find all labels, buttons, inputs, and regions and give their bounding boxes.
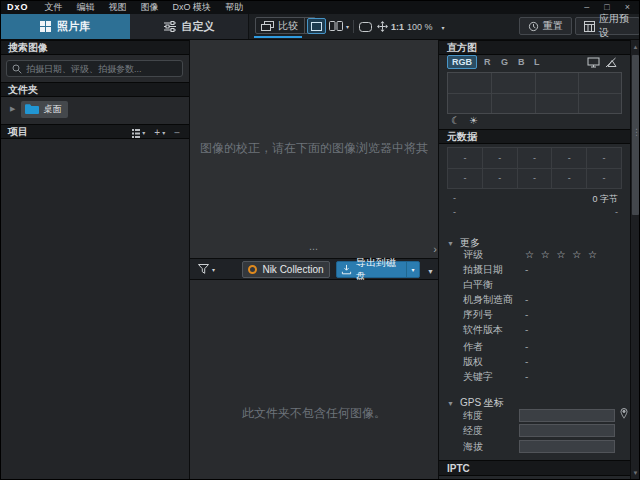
zoom-level-value: 100 % [407, 22, 433, 32]
search-icon [12, 64, 22, 74]
latitude-input[interactable] [519, 409, 615, 422]
search-input[interactable] [26, 64, 177, 74]
collapse-triangle-icon: ▼ [447, 240, 454, 247]
shadow-clipping-icon[interactable]: ☾ [451, 116, 460, 126]
channel-g-button[interactable]: G [501, 57, 508, 67]
view-dropdown-arrow[interactable]: ▾ [346, 23, 349, 30]
rating-stars[interactable]: ☆ ☆ ☆ ☆ ☆ [525, 248, 599, 262]
metadata-grid: - - - - - - - - - - [447, 147, 622, 189]
collapse-triangle-icon: ▼ [447, 400, 454, 407]
metadata-section-header: 元数据 [439, 129, 630, 144]
preset-grid-icon [584, 21, 595, 32]
altitude-label: 海拔 [463, 440, 483, 453]
compare-label: 比较 [278, 19, 298, 33]
longitude-label: 经度 [463, 424, 483, 437]
nik-collection-button[interactable]: Nik Collection [242, 261, 330, 278]
reset-button[interactable]: 重置 [519, 17, 572, 35]
export-dropdown-arrow[interactable]: ▾ [406, 262, 419, 277]
scroll-up-arrow[interactable]: ▲ [631, 44, 640, 50]
field-label: 白平衡 [463, 278, 493, 292]
info-right-value: - [615, 207, 618, 217]
pan-tool-button[interactable] [377, 21, 388, 32]
toolbar-collapse-arrow[interactable]: ▼ [427, 268, 434, 275]
menu-edit[interactable]: 编辑 [77, 1, 95, 14]
move-icon [377, 21, 388, 32]
projects-empty-area [0, 139, 189, 480]
highlight-clipping-icon[interactable]: ☀ [469, 116, 478, 126]
file-size-value: 0 字节 [592, 193, 618, 206]
apply-preset-button[interactable]: 应用预设 [575, 17, 640, 35]
filter-dropdown-arrow: ▾ [212, 266, 215, 273]
metadata-cell: - [518, 169, 552, 189]
tab-photolibrary[interactable]: 照片库 [0, 14, 131, 39]
metadata-row-capture-date: 拍摄日期 - [439, 263, 630, 277]
metadata-header-label: 元数据 [447, 131, 477, 142]
channel-l-button[interactable]: L [534, 57, 540, 67]
project-list-options-button[interactable]: ▾ [132, 126, 145, 140]
map-pin-icon[interactable] [620, 408, 628, 419]
zoom-level-dropdown[interactable]: 100 % ▾ [407, 22, 445, 32]
search-box[interactable] [6, 60, 183, 77]
longitude-input[interactable] [519, 424, 615, 437]
iptc-section-header[interactable]: IPTC [439, 460, 630, 476]
menu-image[interactable]: 图像 [141, 1, 159, 14]
monitor-icon[interactable] [587, 57, 600, 68]
menu-file[interactable]: 文件 [45, 1, 63, 14]
single-view-icon [311, 22, 322, 31]
top-toolbar: 照片库 自定义 比较 ▾ ▾ 1:1 100 % ▾ 重置 [0, 14, 640, 40]
gps-section-toggle[interactable]: ▼ GPS 坐标 [447, 396, 504, 410]
list-dropdown-arrow: ▾ [142, 126, 145, 140]
dual-view-button[interactable] [328, 18, 344, 34]
compare-icon [261, 21, 274, 31]
fit-screen-icon [359, 22, 372, 32]
export-to-disk-button[interactable]: 导出到磁盘 ▾ [336, 261, 420, 278]
field-label: 版权 [463, 355, 483, 369]
field-label: 序列号 [463, 308, 493, 322]
metadata-cell: - [483, 148, 517, 168]
channel-rgb-button[interactable]: RGB [447, 55, 477, 69]
menu-help[interactable]: 帮助 [225, 1, 243, 14]
single-view-button[interactable] [307, 18, 326, 34]
history-clock-icon [528, 21, 539, 32]
field-value: - [525, 355, 528, 369]
folder-item-desktop[interactable]: 桌面 [21, 101, 68, 118]
tree-expand-icon[interactable]: ▶ [10, 105, 15, 113]
zoom-1to1-button[interactable]: 1:1 [391, 22, 404, 32]
right-panel-scrollbar[interactable]: ▲ ⋮ ▼ [630, 40, 640, 480]
metadata-row-copyright: 版权 - [439, 355, 630, 369]
tab-customize[interactable]: 自定义 [130, 14, 249, 39]
close-button[interactable]: × [625, 2, 630, 12]
altitude-input[interactable] [519, 440, 615, 453]
file-info-row: - - [453, 207, 618, 217]
image-viewer-area: 图像的校正，请在下面的图像浏览器中将其 ⋯ ▾ Nik Collection 导… [190, 40, 438, 480]
menu-view[interactable]: 视图 [109, 1, 127, 14]
remove-project-button[interactable]: − [174, 126, 180, 140]
nik-collection-icon [248, 265, 257, 274]
histogram-header-label: 直方图 [447, 42, 477, 53]
add-project-button[interactable]: + ▾ [154, 126, 165, 140]
splitter-handle-icon[interactable]: ⋯ [190, 245, 438, 253]
channel-r-button[interactable]: R [484, 57, 491, 67]
latitude-label: 纬度 [463, 409, 483, 422]
field-label: 机身制造商 [463, 293, 513, 307]
zoom-1to1-label: 1:1 [391, 22, 404, 32]
nik-collection-label: Nik Collection [262, 264, 323, 275]
minimize-button[interactable]: – [584, 2, 589, 12]
maximize-button[interactable]: □ [604, 2, 609, 12]
fit-screen-button[interactable] [359, 22, 372, 32]
menu-dxo-modules[interactable]: DxO 模块 [173, 1, 212, 14]
scrollbar-thumb[interactable]: ⋮ [632, 55, 639, 215]
zoom-dropdown-arrow: ▾ [442, 24, 445, 31]
right-sidebar: 直方图 RGB R G B L ☾ ☀ 元数据 - - - - - - - - … [438, 40, 630, 480]
folder-tree-row[interactable]: ▶ 桌面 [0, 100, 189, 118]
filter-button[interactable]: ▾ [198, 264, 215, 274]
panel-collapse-chevron[interactable]: › [433, 242, 437, 256]
compare-active-underline [254, 36, 302, 38]
scroll-down-arrow[interactable]: ▼ [631, 470, 640, 476]
metadata-cell: - [587, 169, 621, 189]
field-value: - [525, 293, 528, 307]
soft-proofing-icon[interactable] [605, 57, 617, 68]
channel-b-button[interactable]: B [518, 57, 525, 67]
add-dropdown-arrow: ▾ [162, 126, 165, 140]
folder-icon [25, 104, 39, 114]
